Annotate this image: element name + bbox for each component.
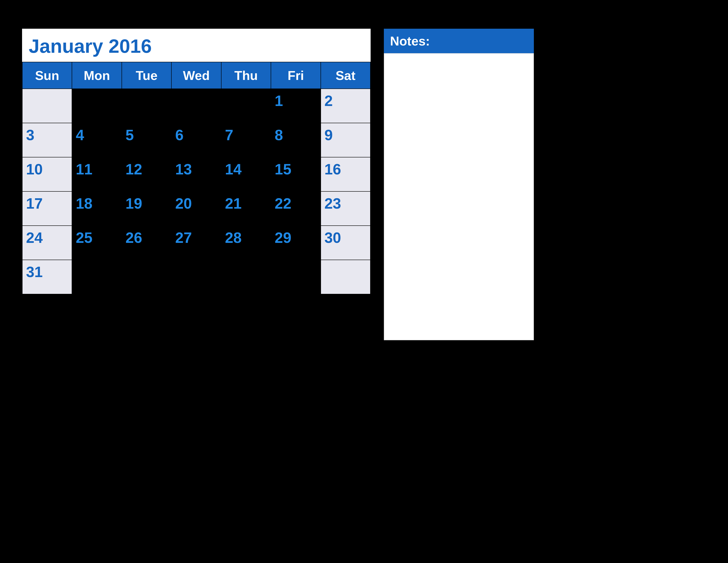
calendar-cell-w5d4 <box>221 260 271 294</box>
calendar-cell-w0d3 <box>171 89 221 123</box>
calendar-cell-w5d0: 31 <box>22 260 72 294</box>
calendar-cell-w5d2 <box>122 260 171 294</box>
calendar-cell-w2d6: 16 <box>321 157 370 191</box>
calendar-container: January 2016 Sun Mon Tue Wed Thu Fri Sat… <box>22 29 371 294</box>
calendar-cell-w0d4 <box>221 89 271 123</box>
calendar-cell-w1d6: 9 <box>321 123 370 157</box>
col-tue: Tue <box>122 62 171 89</box>
calendar-cell-w0d5: 1 <box>271 89 321 123</box>
calendar-cell-w0d6: 2 <box>321 89 370 123</box>
calendar-cell-w0d1 <box>72 89 122 123</box>
calendar-grid: Sun Mon Tue Wed Thu Fri Sat 123456789101… <box>22 62 371 294</box>
col-wed: Wed <box>171 62 221 89</box>
col-fri: Fri <box>271 62 321 89</box>
col-mon: Mon <box>72 62 122 89</box>
calendar-cell-w1d2: 5 <box>122 123 171 157</box>
calendar-cell-w3d0: 17 <box>22 191 72 226</box>
calendar-cell-w0d2 <box>122 89 171 123</box>
calendar-week-row-2: 10111213141516 <box>22 157 370 191</box>
notes-container: Notes: <box>384 29 534 340</box>
page-wrapper: January 2016 Sun Mon Tue Wed Thu Fri Sat… <box>22 29 534 340</box>
calendar-body: 1234567891011121314151617181920212223242… <box>22 89 370 294</box>
calendar-cell-w4d3: 27 <box>171 226 221 260</box>
calendar-cell-w0d0 <box>22 89 72 123</box>
calendar-cell-w5d5 <box>271 260 321 294</box>
calendar-week-row-4: 24252627282930 <box>22 226 370 260</box>
calendar-cell-w3d1: 18 <box>72 191 122 226</box>
calendar-cell-w3d2: 19 <box>122 191 171 226</box>
calendar-week-row-1: 3456789 <box>22 123 370 157</box>
col-thu: Thu <box>221 62 271 89</box>
col-sun: Sun <box>22 62 72 89</box>
calendar-cell-w4d6: 30 <box>321 226 370 260</box>
calendar-title: January 2016 <box>22 29 371 62</box>
calendar-cell-w4d2: 26 <box>122 226 171 260</box>
calendar-cell-w1d1: 4 <box>72 123 122 157</box>
calendar-cell-w4d0: 24 <box>22 226 72 260</box>
calendar-cell-w3d6: 23 <box>321 191 370 226</box>
calendar-cell-w1d3: 6 <box>171 123 221 157</box>
calendar-cell-w1d4: 7 <box>221 123 271 157</box>
calendar-cell-w4d4: 28 <box>221 226 271 260</box>
calendar-week-row-0: 12 <box>22 89 370 123</box>
notes-body[interactable] <box>384 53 534 340</box>
calendar-cell-w2d5: 15 <box>271 157 321 191</box>
calendar-cell-w2d4: 14 <box>221 157 271 191</box>
calendar-cell-w2d1: 11 <box>72 157 122 191</box>
calendar-cell-w5d1 <box>72 260 122 294</box>
calendar-cell-w2d3: 13 <box>171 157 221 191</box>
calendar-cell-w2d2: 12 <box>122 157 171 191</box>
calendar-cell-w5d3 <box>171 260 221 294</box>
calendar-cell-w3d4: 21 <box>221 191 271 226</box>
calendar-header-row: Sun Mon Tue Wed Thu Fri Sat <box>22 62 370 89</box>
calendar-cell-w5d6 <box>321 260 370 294</box>
notes-header: Notes: <box>384 29 534 53</box>
calendar-week-row-5: 31 <box>22 260 370 294</box>
calendar-cell-w3d3: 20 <box>171 191 221 226</box>
calendar-cell-w1d5: 8 <box>271 123 321 157</box>
calendar-cell-w1d0: 3 <box>22 123 72 157</box>
calendar-cell-w3d5: 22 <box>271 191 321 226</box>
calendar-cell-w4d1: 25 <box>72 226 122 260</box>
calendar-cell-w4d5: 29 <box>271 226 321 260</box>
calendar-cell-w2d0: 10 <box>22 157 72 191</box>
calendar-week-row-3: 17181920212223 <box>22 191 370 226</box>
col-sat: Sat <box>321 62 370 89</box>
